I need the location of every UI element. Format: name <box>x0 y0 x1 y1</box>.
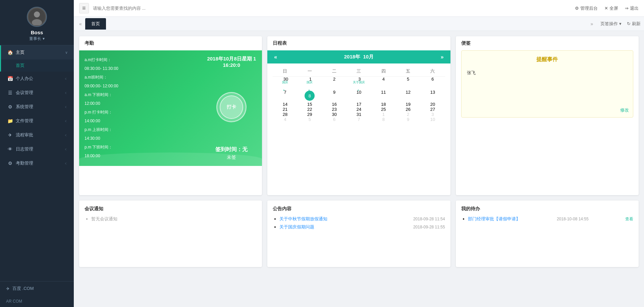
calendar-prev-button[interactable]: « <box>274 54 277 60</box>
am-work-label: a.m班时间： <box>85 73 201 81</box>
meeting-title: 会议通知 <box>85 206 257 212</box>
sidebar: Boss 董事长 🏠 主页 ∨ 首页 📅 个人办公 ﹤ ☰ 会议管理 <box>0 0 74 307</box>
announcement-link-2[interactable]: 关于国庆假期问题 <box>279 224 314 230</box>
am-work-value: 09:00:00- 12:00:00 <box>85 82 201 90</box>
sidebar-item-baidu[interactable]: ✈ 百度 .COM <box>0 281 74 296</box>
sidebar-bottom-label: 百度 .COM <box>12 286 34 292</box>
chevron-right-icon: ﹤ <box>64 119 68 124</box>
attendance-body: a.m打卡时间： 08:30:00- 11:30:00 a.m班时间： 09:0… <box>79 50 262 166</box>
sticky-edit-button[interactable]: 修改 <box>620 107 629 113</box>
admin-backend-button[interactable]: ⚙ 管理后台 <box>575 5 598 11</box>
sidebar-item-attendance[interactable]: ⚙ 考勤管理 ﹤ <box>0 156 74 170</box>
calendar-card: 日程表 « 2018年 10月 » 日 一 二 三 四 五 六 <box>267 36 450 195</box>
workflow-icon: ✈ <box>7 132 13 138</box>
meeting-empty-item: 暂无会议通知 <box>91 216 257 222</box>
calendar-day-cell[interactable]: 7 <box>346 117 371 122</box>
sidebar-item-meeting[interactable]: ☰ 会议管理 ﹤ <box>0 86 74 100</box>
tab-home[interactable]: 首页 <box>85 18 106 30</box>
chevron-right-icon: ﹤ <box>64 147 68 152</box>
tabbar: « 首页 » 页签操作 ▾ ↻ 刷新 <box>74 17 644 31</box>
calendar-day-cell[interactable]: 10 <box>420 117 445 122</box>
chevron-right-icon: ﹤ <box>64 161 68 166</box>
sidebar-item-label: 主页 <box>16 49 24 55</box>
calendar-title: 日程表 <box>267 36 450 50</box>
am-checkin-label: a.m打卡时间： <box>85 56 201 64</box>
announcement-card: 公告内容 关于中秋节假期放假通知 2018-09-28 11:54 关于国庆假期… <box>267 201 450 267</box>
sidebar-item-logs[interactable]: 👁 日志管理 ﹤ <box>0 142 74 156</box>
refresh-label: 刷新 <box>632 21 641 27</box>
todo-time-1: 2018-10-08 14:55 <box>557 217 589 221</box>
calendar-day-cell[interactable]: 8 <box>371 117 396 122</box>
todo-title: 我的待办 <box>461 206 633 212</box>
list-item: 关于国庆假期问题 2018-09-28 11:55 <box>279 224 445 230</box>
sidebar-item-files[interactable]: 📁 文件管理 ﹤ <box>0 114 74 128</box>
sidebar-nav: 🏠 主页 ∨ 首页 📅 个人办公 ﹤ ☰ 会议管理 ﹤ <box>0 45 74 281</box>
clock-button[interactable]: 打卡 <box>220 95 243 119</box>
topbar-right: ⚙ 管理后台 ✕ 全屏 ⇒ 退出 <box>575 5 639 11</box>
todo-list: 部门经理审批【请假申请】 2018-10-08 14:55 查看 <box>461 216 633 222</box>
list-item: 关于中秋节假期放假通知 2018-09-28 11:54 <box>279 216 445 222</box>
attendance-card: 考勤 a.m打卡时间： 08:30:00- 11:30:00 a.m班时间： 0… <box>79 36 262 195</box>
pm-work-value: 14:30:00 <box>85 134 201 142</box>
tab-prev-button[interactable]: « <box>77 20 84 27</box>
todo-link-1[interactable]: 部门经理审批【请假申请】 <box>468 216 520 222</box>
calendar-grid: 日 一 二 三 四 五 六 30 国庆 1 <box>267 63 450 127</box>
sidebar-item-home[interactable]: 🏠 主页 ∨ <box>0 45 74 59</box>
refresh-button[interactable]: ↻ 刷新 <box>627 21 641 27</box>
fullscreen-button[interactable]: ✕ 全屏 <box>604 5 618 11</box>
search-input[interactable] <box>93 6 571 11</box>
menu-toggle-button[interactable]: ≡ <box>79 3 89 13</box>
sidebar-item-label: 日志管理 <box>16 146 33 152</box>
sticky-note-title: 提醒事件 <box>467 56 628 63</box>
calendar-day-cell[interactable]: 5 <box>298 117 322 122</box>
todo-card: 我的待办 部门经理审批【请假申请】 2018-10-08 14:55 查看 <box>456 201 639 267</box>
sidebar-item-system[interactable]: ⚙ 系统管理 ﹤ <box>0 100 74 114</box>
meeting-card: 会议通知 暂无会议通知 <box>79 201 262 267</box>
announcement-link-1[interactable]: 关于中秋节假期放假通知 <box>279 216 327 222</box>
sidebar-item-workflow[interactable]: ✈ 流程审批 ﹤ <box>0 128 74 142</box>
sidebar-item-home-index[interactable]: 首页 <box>0 59 74 72</box>
calendar-nav: « 2018年 10月 » <box>267 50 450 63</box>
logout-label: 退出 <box>630 5 639 11</box>
tab-ops-label: 页签操作 ▾ <box>600 21 622 27</box>
tab-ops-button[interactable]: 页签操作 ▾ <box>600 21 622 27</box>
attendance-date: 2018年10月8日星期 1 16:20:0 <box>207 56 256 68</box>
sidebar-item-label: 考勤管理 <box>16 160 33 166</box>
admin-icon: ⚙ <box>575 6 579 11</box>
announcement-list: 关于中秋节假期放假通知 2018-09-28 11:54 关于国庆假期问题 20… <box>273 216 445 230</box>
pm-checkin-value: 14:00:00 <box>85 117 201 125</box>
profile-role[interactable]: 董事长 <box>29 36 44 42</box>
tabbar-right-actions: » 页签操作 ▾ ↻ 刷新 <box>589 20 641 27</box>
calendar-day-cell[interactable]: 4 <box>273 117 297 122</box>
announcement-title: 公告内容 <box>273 206 445 212</box>
pm-checkin-label: p.m 打卡时间： <box>85 108 201 116</box>
am-off-value: 12:00:00 <box>85 99 201 107</box>
meeting-icon: ☰ <box>7 90 13 95</box>
sidebar-item-label: 文件管理 <box>16 118 33 124</box>
logout-button[interactable]: ⇒ 退出 <box>625 5 639 11</box>
am-off-label: a.m 下班时间： <box>85 91 201 99</box>
calendar-next-button[interactable]: » <box>441 54 444 60</box>
todo-view-button-1[interactable]: 查看 <box>625 216 633 222</box>
sticky-note-content: 张飞 <box>467 70 628 76</box>
pm-off-label: p.m 下班时间： <box>85 143 201 151</box>
folder-icon: 📁 <box>7 118 13 124</box>
calendar-day-cell[interactable]: 1 国庆 <box>298 77 322 90</box>
sidebar-item-label: 流程审批 <box>16 132 33 138</box>
sidebar-profile: Boss 董事长 <box>0 0 74 45</box>
sticky-card: 便签 提醒事件 张飞 修改 <box>456 36 639 195</box>
fullscreen-icon: ✕ <box>604 6 608 11</box>
sticky-body: 提醒事件 张飞 修改 <box>461 50 633 118</box>
avatar <box>27 7 47 27</box>
sticky-title: 便签 <box>456 36 639 50</box>
sidebar-item-personal[interactable]: 📅 个人办公 ﹤ <box>0 72 74 86</box>
calendar-day-cell[interactable]: 9 <box>396 117 420 122</box>
tab-next-button[interactable]: » <box>589 20 595 27</box>
wave-decoration <box>79 152 262 166</box>
chevron-right-icon: ﹤ <box>64 76 68 81</box>
refresh-icon: ↻ <box>627 21 631 26</box>
pm-work-label: p.m 上班时间： <box>85 126 201 134</box>
calendar-day-cell[interactable]: 6 <box>322 117 346 122</box>
chevron-right-icon: ﹤ <box>64 133 68 138</box>
fullscreen-label: 全屏 <box>609 5 618 11</box>
